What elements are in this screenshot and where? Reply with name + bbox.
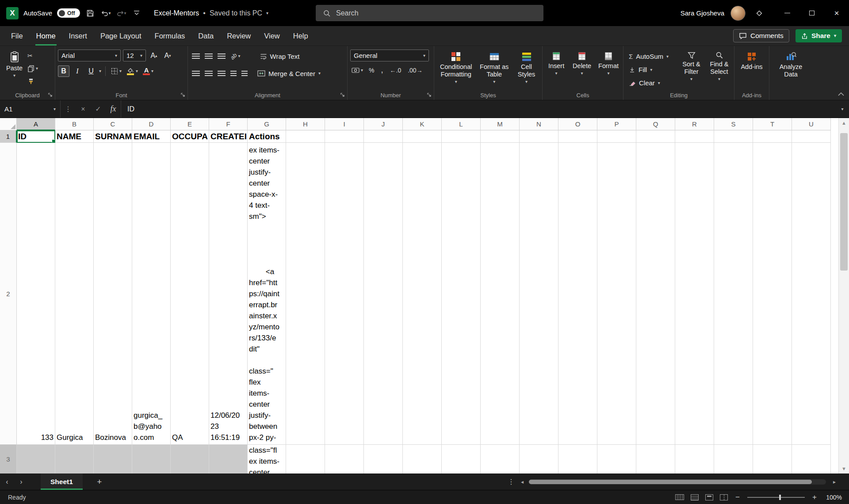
- italic-button[interactable]: I: [72, 65, 83, 77]
- cell-Q2[interactable]: [636, 143, 675, 445]
- cell-H3[interactable]: [286, 445, 325, 473]
- zoom-out-button[interactable]: −: [734, 493, 741, 502]
- horizontal-scrollbar[interactable]: [529, 479, 826, 485]
- autosum-button[interactable]: ΣAutoSum▾: [626, 51, 676, 61]
- column-header-D[interactable]: D: [132, 118, 171, 130]
- search-box[interactable]: Search: [316, 5, 543, 21]
- cell-B1[interactable]: NAME: [55, 130, 94, 143]
- vertical-scrollbar[interactable]: ▲ ▼: [838, 118, 849, 473]
- cell-O2[interactable]: [558, 143, 597, 445]
- column-header-R[interactable]: R: [675, 118, 714, 130]
- cell-P3[interactable]: [597, 445, 636, 473]
- cell-F2[interactable]: 12/06/20 23 16:51:19: [209, 143, 248, 445]
- cell-N2[interactable]: [520, 143, 558, 445]
- increase-indent-icon[interactable]: [241, 71, 248, 76]
- cell-M1[interactable]: [481, 130, 520, 143]
- normal-view-button[interactable]: [691, 494, 699, 500]
- cell-P1[interactable]: [597, 130, 636, 143]
- share-button[interactable]: Share ▾: [795, 29, 842, 42]
- format-painter-button[interactable]: [26, 77, 39, 86]
- cell-A3[interactable]: [17, 445, 55, 473]
- menu-tab-view[interactable]: View: [257, 26, 286, 46]
- row-header-1[interactable]: 1: [0, 130, 17, 143]
- orientation-button[interactable]: ab▾: [229, 52, 242, 61]
- font-size-select[interactable]: 12▾: [123, 50, 146, 61]
- insert-function-button[interactable]: fx: [106, 100, 121, 118]
- paste-button[interactable]: Paste ▾: [6, 50, 23, 78]
- cell-J2[interactable]: [364, 143, 403, 445]
- cell-G1[interactable]: Actions: [248, 130, 286, 143]
- comments-button[interactable]: Comments: [733, 29, 789, 42]
- cell-P2[interactable]: [597, 143, 636, 445]
- cell-S2[interactable]: [714, 143, 753, 445]
- user-name[interactable]: Sara Gjosheva: [681, 9, 724, 17]
- row-header-2[interactable]: 2: [0, 143, 17, 445]
- cell-C3[interactable]: [94, 445, 132, 473]
- align-center-icon[interactable]: [205, 71, 213, 76]
- cell-S3[interactable]: [714, 445, 753, 473]
- cell-M2[interactable]: [481, 143, 520, 445]
- vertical-ellipsis-icon[interactable]: ⋮: [61, 100, 76, 118]
- cell-B3[interactable]: [55, 445, 94, 473]
- cell-Q3[interactable]: [636, 445, 675, 473]
- cell-R3[interactable]: [675, 445, 714, 473]
- font-name-select[interactable]: Arial▾: [58, 50, 121, 61]
- align-bottom-icon[interactable]: [218, 53, 226, 59]
- column-header-N[interactable]: N: [520, 118, 558, 130]
- cell-M3[interactable]: [481, 445, 520, 473]
- decrease-decimal-button[interactable]: .00→: [405, 67, 424, 74]
- sheet-list-ellipsis-icon[interactable]: ⋮: [508, 477, 515, 486]
- page-break-view-button[interactable]: [720, 494, 728, 500]
- column-header-H[interactable]: H: [286, 118, 325, 130]
- cell-O1[interactable]: [558, 130, 597, 143]
- number-format-select[interactable]: General▾: [350, 50, 429, 61]
- cell-E3[interactable]: [171, 445, 209, 473]
- expand-formula-bar-chevron-icon[interactable]: ▾: [836, 100, 849, 118]
- collapse-ribbon-chevron-icon[interactable]: [838, 92, 845, 96]
- enter-entry-button[interactable]: ✓: [91, 100, 106, 118]
- number-dialog-launcher-icon[interactable]: [427, 92, 432, 98]
- cell-T2[interactable]: [753, 143, 792, 445]
- horizontal-scrollbar-thumb[interactable]: [529, 480, 812, 484]
- cell-I2[interactable]: [325, 143, 364, 445]
- align-middle-icon[interactable]: [205, 53, 213, 59]
- page-layout-view-button[interactable]: [705, 494, 713, 500]
- accounting-format-button[interactable]: ▾: [350, 66, 364, 74]
- column-header-J[interactable]: J: [364, 118, 403, 130]
- find-select-button[interactable]: Find & Select ▾: [707, 50, 731, 81]
- zoom-level[interactable]: 100%: [824, 494, 842, 501]
- cell-B2[interactable]: Gurgica: [55, 143, 94, 445]
- column-header-M[interactable]: M: [481, 118, 520, 130]
- cell-C2[interactable]: Bozinova: [94, 143, 132, 445]
- maximize-button[interactable]: [799, 0, 824, 26]
- cell-D1[interactable]: EMAIL: [132, 130, 171, 143]
- sort-filter-button[interactable]: Sort & Filter ▾: [679, 50, 704, 81]
- excel-logo-icon[interactable]: X: [6, 7, 19, 19]
- cell-E2[interactable]: QA: [171, 143, 209, 445]
- fill-button[interactable]: Fill▾: [626, 65, 676, 75]
- cell-K1[interactable]: [403, 130, 442, 143]
- cell-K2[interactable]: [403, 143, 442, 445]
- increase-decimal-button[interactable]: ←.0: [388, 67, 404, 74]
- designer-diamond-icon[interactable]: [755, 9, 763, 17]
- minimize-button[interactable]: [775, 0, 799, 26]
- addins-button[interactable]: Add-ins: [738, 50, 766, 71]
- cell-T1[interactable]: [753, 130, 792, 143]
- cell-F1[interactable]: CREATEI: [209, 130, 248, 143]
- cell-I3[interactable]: [325, 445, 364, 473]
- copy-button[interactable]: ▾: [26, 64, 39, 73]
- cell-K3[interactable]: [403, 445, 442, 473]
- zoom-slider-thumb[interactable]: [779, 495, 781, 500]
- cell-H2[interactable]: [286, 143, 325, 445]
- column-header-C[interactable]: C: [94, 118, 132, 130]
- grow-font-button[interactable]: A▴: [148, 50, 160, 61]
- format-cells-button[interactable]: Format ▾: [597, 50, 620, 76]
- cell-G2[interactable]: class="fl ex items- center justify- cent…: [248, 143, 286, 445]
- close-button[interactable]: ×: [824, 0, 849, 26]
- clipboard-dialog-launcher-icon[interactable]: [48, 92, 53, 98]
- delete-cells-button[interactable]: Delete ▾: [571, 50, 593, 76]
- undo-button[interactable]: ▾: [100, 7, 111, 20]
- cell-R1[interactable]: [675, 130, 714, 143]
- cell-U3[interactable]: [792, 445, 831, 473]
- column-header-E[interactable]: E: [171, 118, 209, 130]
